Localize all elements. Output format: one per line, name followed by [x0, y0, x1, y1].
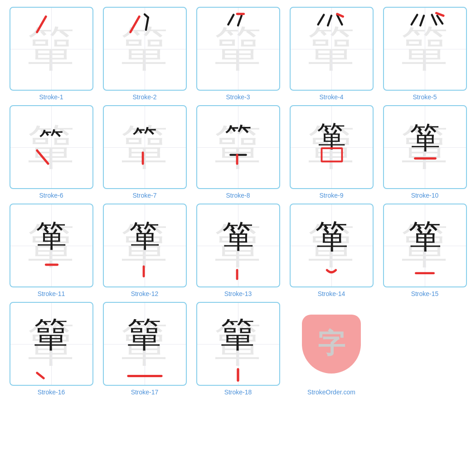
stroke-box-18: 簞 簞 [196, 302, 280, 386]
stroke-box-17: 簞 簞 [103, 302, 187, 386]
stroke-cell-16: 簞 簞 Stroke-16 [5, 300, 98, 398]
stroke-cell-5: 簞 Stroke-5 [378, 5, 471, 103]
stroke-label-12: Stroke-12 [131, 290, 159, 297]
svg-text:⺮: ⺮ [132, 126, 157, 153]
svg-line-5 [238, 16, 242, 26]
svg-line-11 [411, 15, 417, 25]
stroke-cell-12: 簞 箪 Stroke-12 [98, 201, 191, 300]
stroke-label-13: Stroke-13 [224, 290, 252, 297]
stroke-label-14: Stroke-14 [318, 290, 345, 297]
stroke-cell-18: 簞 簞 Stroke-18 [191, 300, 285, 398]
stroke-label-9: Stroke-9 [320, 192, 344, 199]
stroke-label-2: Stroke-2 [133, 93, 157, 101]
stroke-svg-10: 箪 [384, 106, 466, 188]
stroke-cell-7: 簞 ⺮ Stroke-7 [98, 103, 191, 201]
svg-text:箪: 箪 [129, 218, 160, 253]
stroke-box-8: 簞 ⺮ [196, 105, 280, 189]
stroke-svg-15: 箪 [384, 204, 466, 286]
stroke-svg-18: 簞 [197, 303, 279, 385]
stroke-svg-14: 箪 [291, 204, 373, 286]
stroke-box-2: 簞 [103, 7, 187, 91]
svg-text:箪: 箪 [408, 218, 441, 255]
svg-line-8 [328, 16, 331, 26]
stroke-cell-10: 簞 箪 Stroke-10 [378, 103, 471, 201]
stroke-box-9: 簞 箪 [290, 105, 374, 189]
stroke-box-16: 簞 簞 [10, 302, 93, 386]
svg-line-0 [37, 17, 46, 32]
stroke-label-16: Stroke-16 [38, 388, 65, 396]
svg-line-1 [146, 18, 148, 30]
stroke-box-14: 簞 箪 [290, 204, 374, 287]
stroke-cell-2: 簞 Stroke-2 [98, 5, 191, 103]
svg-line-37 [37, 373, 44, 379]
stroke-svg-16: 簞 [10, 303, 92, 385]
logo-char: 字 [318, 325, 345, 362]
stroke-cell-1: 簞 Stroke-1 [5, 5, 98, 103]
stroke-box-13: 簞 箪 [196, 204, 280, 287]
stroke-svg-17: 簞 [104, 303, 186, 385]
svg-line-4 [228, 15, 233, 25]
stroke-grid: 簞 Stroke-1 簞 Stroke-2 [0, 0, 476, 403]
stroke-cell-11: 簞 箪 Stroke-11 [5, 201, 98, 300]
stroke-cell-8: 簞 ⺮ Stroke-8 [191, 103, 285, 201]
stroke-label-1: Stroke-1 [39, 93, 63, 101]
stroke-svg-12: 箪 [104, 204, 186, 286]
stroke-cell-9: 簞 箪 Stroke-9 [285, 103, 378, 201]
stroke-label-6: Stroke-6 [39, 192, 63, 199]
stroke-svg-3 [197, 8, 279, 90]
svg-line-13 [432, 15, 436, 25]
stroke-box-10: 簞 箪 [383, 105, 467, 189]
stroke-svg-2 [104, 8, 186, 90]
stroke-box-3: 簞 [196, 7, 280, 91]
svg-line-2 [145, 15, 148, 18]
svg-line-14 [437, 16, 442, 24]
logo-shape: 字 [302, 315, 361, 374]
stroke-label-8: Stroke-8 [226, 192, 250, 199]
svg-line-12 [420, 16, 424, 26]
stroke-cell-6: 簞 ⺮ Stroke-6 [5, 103, 98, 201]
stroke-cell-13: 簞 箪 Stroke-13 [191, 201, 285, 300]
stroke-label-15: Stroke-15 [411, 290, 439, 297]
svg-text:簞: 簞 [221, 316, 255, 354]
stroke-svg-11: 箪 [10, 204, 92, 286]
stroke-svg-5 [384, 8, 466, 90]
stroke-cell-4: 簞 Stroke-4 [285, 5, 378, 103]
svg-line-3 [130, 17, 139, 32]
svg-text:簞: 簞 [127, 316, 162, 354]
svg-text:箪: 箪 [315, 218, 348, 255]
stroke-label-11: Stroke-11 [38, 290, 65, 297]
stroke-box-6: 簞 ⺮ [10, 105, 93, 189]
svg-line-7 [318, 15, 324, 25]
stroke-svg-13: 箪 [197, 204, 279, 286]
stroke-svg-6: ⺮ [10, 106, 92, 188]
stroke-box-4: 簞 [290, 7, 374, 91]
stroke-svg-9: 箪 [291, 106, 373, 188]
svg-text:箪: 箪 [222, 218, 254, 254]
logo-box: 字 [290, 302, 374, 386]
stroke-box-12: 簞 箪 [103, 204, 187, 287]
svg-text:箪: 箪 [409, 121, 440, 154]
svg-text:⺮: ⺮ [224, 123, 251, 153]
stroke-svg-4 [291, 8, 373, 90]
stroke-label-7: Stroke-7 [133, 192, 157, 199]
stroke-cell-17: 簞 簞 Stroke-17 [98, 300, 191, 398]
stroke-label-4: Stroke-4 [320, 93, 344, 101]
stroke-label-3: Stroke-3 [226, 93, 250, 101]
stroke-svg-7: ⺮ [104, 106, 186, 188]
stroke-label-5: Stroke-5 [413, 93, 437, 101]
svg-text:箪: 箪 [36, 218, 67, 253]
stroke-label-18: Stroke-18 [224, 388, 252, 396]
stroke-svg-8: ⺮ [197, 106, 279, 188]
svg-text:⺮: ⺮ [39, 128, 63, 155]
stroke-box-1: 簞 [10, 7, 93, 91]
stroke-label-10: Stroke-10 [411, 192, 439, 199]
stroke-cell-3: 簞 Stroke-3 [191, 5, 285, 103]
stroke-box-15: 簞 箪 [383, 204, 467, 287]
stroke-cell-15: 簞 箪 Stroke-15 [378, 201, 471, 300]
stroke-cell-14: 簞 箪 Stroke-14 [285, 201, 378, 300]
stroke-box-7: 簞 ⺮ [103, 105, 187, 189]
stroke-label-17: Stroke-17 [131, 388, 159, 396]
logo-cell[interactable]: 字 StrokeOrder.com [285, 300, 378, 398]
logo-label: StrokeOrder.com [307, 388, 355, 396]
svg-text:簞: 簞 [34, 316, 68, 354]
